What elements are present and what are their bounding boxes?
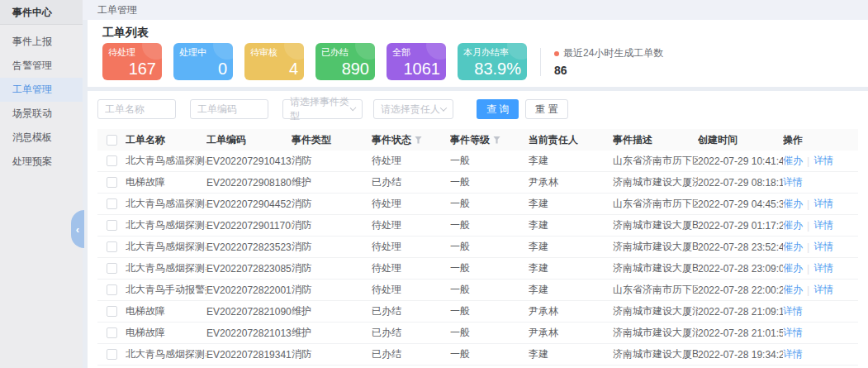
owner-select[interactable]: 请选择责任人 (373, 99, 453, 119)
page-title: 工单列表 (102, 26, 855, 40)
recent-24h-label: 最近24小时生成工单数 (563, 46, 663, 60)
cell-status: 待处理 (372, 261, 450, 275)
cell-actions: 催办|详情 (783, 218, 858, 232)
sidebar-item[interactable]: 告警管理 (0, 54, 83, 78)
urge-link[interactable]: 催办 (783, 154, 803, 168)
row-checkbox[interactable] (107, 349, 117, 360)
column-header: 工单名称 (126, 133, 165, 147)
cell-code: EV20220728193411643 (206, 349, 292, 361)
cell-owner: 尹承林 (529, 175, 613, 189)
sidebar: 事件中心 事件上报告警管理工单管理场景联动消息模板处理预案 ‹ (0, 0, 83, 368)
column-header-cell: 事件状态 (372, 133, 450, 147)
stat-label: 待审核 (250, 47, 298, 57)
cell-level: 一般 (450, 218, 529, 232)
sidebar-collapse-handle[interactable]: ‹ (71, 210, 84, 248)
recent-24h-block: 最近24小时生成工单数 86 (554, 46, 663, 77)
table-row: 北大青鸟感温探测器故障EV20220729104130123消防待处理一般李建山… (97, 151, 858, 172)
table-body: 北大青鸟感温探测器故障EV20220729104130123消防待处理一般李建山… (97, 151, 858, 366)
detail-link[interactable]: 详情 (783, 347, 803, 361)
red-dot-icon (554, 51, 559, 56)
detail-link[interactable]: 详情 (813, 240, 833, 254)
work-order-table: 工单名称工单编码事件类型事件状态事件等级当前责任人事件描述创建时间操作 北大青鸟… (97, 129, 858, 368)
search-button[interactable]: 查 询 (477, 99, 519, 119)
breadcrumb-bar: 工单管理 (83, 0, 868, 20)
sidebar-item[interactable]: 场景联动 (0, 102, 83, 126)
table-row: 北大青鸟感烟探测器故障EV20220728193411643消防已办结一般李建济… (97, 344, 858, 366)
cell-desc: 山东省济南市历下区济南... (613, 283, 698, 297)
chevron-down-icon (440, 104, 447, 111)
filter-icon[interactable] (415, 136, 422, 144)
cell-status: 已办结 (372, 175, 450, 189)
urge-link[interactable]: 催办 (783, 240, 803, 254)
cell-type: 消防 (292, 347, 372, 361)
event-type-select[interactable]: 请选择事件类型 (282, 99, 363, 119)
filter-icon[interactable] (493, 136, 500, 144)
cell-actions: 催办|详情 (783, 283, 858, 297)
row-checkbox-cell (97, 263, 126, 274)
cell-level: 一般 (450, 240, 529, 254)
table-header-row: 工单名称工单编码事件类型事件状态事件等级当前责任人事件描述创建时间操作 (97, 129, 858, 151)
column-header-cell: 工单编码 (206, 133, 292, 147)
column-header: 当前责任人 (529, 133, 578, 147)
row-checkbox[interactable] (107, 306, 117, 317)
cell-created: 2022-07-28 19:34:26 (698, 349, 783, 361)
table-row: 北大青鸟感烟探测器故障EV20220729011706036消防待处理一般李建济… (97, 215, 858, 237)
action-separator: | (807, 263, 809, 275)
detail-link[interactable]: 详情 (783, 175, 803, 189)
row-checkbox-cell (97, 177, 126, 188)
cell-owner: 李建 (529, 283, 613, 297)
order-name-input[interactable] (97, 99, 176, 119)
action-separator: | (807, 284, 809, 296)
cell-status: 待处理 (372, 154, 450, 168)
row-checkbox[interactable] (107, 241, 117, 252)
select-all-checkbox[interactable] (107, 135, 117, 146)
cell-created: 2022-07-28 23:52:48 (698, 241, 783, 253)
urge-link[interactable]: 催办 (783, 218, 803, 232)
stats-divider (540, 48, 541, 76)
cell-code: EV20220728210138787 (206, 327, 292, 339)
detail-link[interactable]: 详情 (813, 218, 833, 232)
sidebar-item[interactable]: 消息模板 (0, 126, 83, 150)
row-checkbox[interactable] (107, 327, 117, 338)
sidebar-item[interactable]: 工单管理 (0, 78, 83, 102)
sidebar-item[interactable]: 事件上报 (0, 30, 83, 54)
urge-link[interactable]: 催办 (783, 283, 803, 297)
row-checkbox[interactable] (107, 220, 117, 231)
cell-desc: 济南城市建设大厦B3车... (613, 347, 698, 361)
cell-created: 2022-07-28 22:00:29 (698, 284, 783, 296)
reset-button[interactable]: 重 置 (525, 99, 567, 119)
cell-created: 2022-07-29 08:18:15 (698, 177, 783, 189)
cell-status: 已办结 (372, 326, 450, 340)
stat-label: 处理中 (179, 47, 227, 57)
detail-link[interactable]: 详情 (783, 326, 803, 340)
detail-link[interactable]: 详情 (813, 197, 833, 211)
recent-24h-value: 86 (554, 64, 663, 77)
detail-link[interactable]: 详情 (813, 154, 833, 168)
row-checkbox[interactable] (107, 284, 117, 295)
cell-created: 2022-07-29 01:17:20 (698, 220, 783, 232)
row-checkbox[interactable] (107, 198, 117, 209)
table-row: 电梯故障EV20220728210138787维护已办结一般尹承林济南城市建设大… (97, 323, 858, 344)
cell-name: 北大青鸟感温探测器故障 (126, 197, 206, 211)
stat-label: 全部 (392, 47, 440, 57)
cell-created: 2022-07-28 21:09:18 (698, 306, 783, 318)
cell-actions: 详情 (783, 304, 858, 318)
cell-name: 北大青鸟感温探测器故障 (126, 154, 206, 168)
cell-code: EV20220728235233362 (206, 241, 292, 253)
detail-link[interactable]: 详情 (813, 283, 833, 297)
cell-name: 电梯故障 (126, 304, 206, 318)
order-code-input[interactable] (190, 99, 268, 119)
row-checkbox[interactable] (107, 177, 117, 188)
urge-link[interactable]: 催办 (783, 197, 803, 211)
cell-name: 北大青鸟手动报警按钮故障 (126, 283, 206, 297)
cell-type: 消防 (292, 240, 372, 254)
detail-link[interactable]: 详情 (783, 304, 803, 318)
row-checkbox[interactable] (107, 155, 117, 166)
cell-actions: 催办|详情 (783, 240, 858, 254)
cell-type: 维护 (292, 304, 372, 318)
sidebar-item[interactable]: 处理预案 (0, 150, 83, 174)
detail-link[interactable]: 详情 (813, 261, 833, 275)
cell-actions: 详情 (783, 326, 858, 340)
urge-link[interactable]: 催办 (783, 261, 803, 275)
row-checkbox[interactable] (107, 263, 117, 274)
